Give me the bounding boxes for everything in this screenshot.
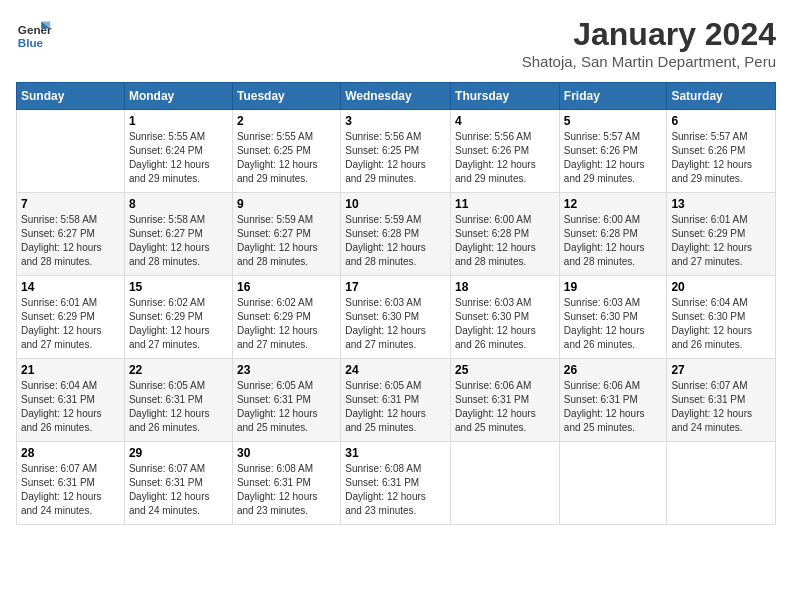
day-info: Sunrise: 5:59 AM Sunset: 6:28 PM Dayligh… xyxy=(345,213,446,269)
calendar-cell: 5Sunrise: 5:57 AM Sunset: 6:26 PM Daylig… xyxy=(559,110,667,193)
title-block: January 2024 Shatoja, San Martin Departm… xyxy=(522,16,776,70)
day-number: 29 xyxy=(129,446,228,460)
day-info: Sunrise: 5:55 AM Sunset: 6:25 PM Dayligh… xyxy=(237,130,336,186)
day-number: 26 xyxy=(564,363,663,377)
day-info: Sunrise: 6:02 AM Sunset: 6:29 PM Dayligh… xyxy=(237,296,336,352)
day-number: 23 xyxy=(237,363,336,377)
calendar-cell: 7Sunrise: 5:58 AM Sunset: 6:27 PM Daylig… xyxy=(17,193,125,276)
day-info: Sunrise: 6:02 AM Sunset: 6:29 PM Dayligh… xyxy=(129,296,228,352)
day-number: 15 xyxy=(129,280,228,294)
day-number: 3 xyxy=(345,114,446,128)
day-number: 27 xyxy=(671,363,771,377)
day-info: Sunrise: 5:55 AM Sunset: 6:24 PM Dayligh… xyxy=(129,130,228,186)
calendar-cell: 3Sunrise: 5:56 AM Sunset: 6:25 PM Daylig… xyxy=(341,110,451,193)
calendar-cell xyxy=(17,110,125,193)
day-info: Sunrise: 5:56 AM Sunset: 6:25 PM Dayligh… xyxy=(345,130,446,186)
day-info: Sunrise: 6:06 AM Sunset: 6:31 PM Dayligh… xyxy=(455,379,555,435)
calendar-cell: 21Sunrise: 6:04 AM Sunset: 6:31 PM Dayli… xyxy=(17,359,125,442)
location-subtitle: Shatoja, San Martin Department, Peru xyxy=(522,53,776,70)
calendar-cell: 6Sunrise: 5:57 AM Sunset: 6:26 PM Daylig… xyxy=(667,110,776,193)
calendar-cell: 9Sunrise: 5:59 AM Sunset: 6:27 PM Daylig… xyxy=(232,193,340,276)
calendar-cell: 1Sunrise: 5:55 AM Sunset: 6:24 PM Daylig… xyxy=(124,110,232,193)
day-number: 16 xyxy=(237,280,336,294)
calendar-cell: 11Sunrise: 6:00 AM Sunset: 6:28 PM Dayli… xyxy=(451,193,560,276)
day-info: Sunrise: 6:07 AM Sunset: 6:31 PM Dayligh… xyxy=(671,379,771,435)
day-info: Sunrise: 6:01 AM Sunset: 6:29 PM Dayligh… xyxy=(21,296,120,352)
day-info: Sunrise: 5:56 AM Sunset: 6:26 PM Dayligh… xyxy=(455,130,555,186)
day-info: Sunrise: 6:05 AM Sunset: 6:31 PM Dayligh… xyxy=(237,379,336,435)
day-number: 19 xyxy=(564,280,663,294)
calendar-week-row: 7Sunrise: 5:58 AM Sunset: 6:27 PM Daylig… xyxy=(17,193,776,276)
calendar-cell: 15Sunrise: 6:02 AM Sunset: 6:29 PM Dayli… xyxy=(124,276,232,359)
calendar-cell xyxy=(559,442,667,525)
header-row: SundayMondayTuesdayWednesdayThursdayFrid… xyxy=(17,83,776,110)
calendar-cell: 8Sunrise: 5:58 AM Sunset: 6:27 PM Daylig… xyxy=(124,193,232,276)
day-number: 11 xyxy=(455,197,555,211)
calendar-cell: 28Sunrise: 6:07 AM Sunset: 6:31 PM Dayli… xyxy=(17,442,125,525)
day-number: 5 xyxy=(564,114,663,128)
calendar-cell: 31Sunrise: 6:08 AM Sunset: 6:31 PM Dayli… xyxy=(341,442,451,525)
day-info: Sunrise: 6:03 AM Sunset: 6:30 PM Dayligh… xyxy=(345,296,446,352)
day-info: Sunrise: 6:03 AM Sunset: 6:30 PM Dayligh… xyxy=(564,296,663,352)
day-info: Sunrise: 6:07 AM Sunset: 6:31 PM Dayligh… xyxy=(129,462,228,518)
day-number: 10 xyxy=(345,197,446,211)
calendar-cell: 23Sunrise: 6:05 AM Sunset: 6:31 PM Dayli… xyxy=(232,359,340,442)
day-info: Sunrise: 6:00 AM Sunset: 6:28 PM Dayligh… xyxy=(564,213,663,269)
calendar-cell: 16Sunrise: 6:02 AM Sunset: 6:29 PM Dayli… xyxy=(232,276,340,359)
day-info: Sunrise: 6:04 AM Sunset: 6:31 PM Dayligh… xyxy=(21,379,120,435)
day-number: 31 xyxy=(345,446,446,460)
header-day: Tuesday xyxy=(232,83,340,110)
day-number: 28 xyxy=(21,446,120,460)
day-number: 14 xyxy=(21,280,120,294)
calendar-cell: 12Sunrise: 6:00 AM Sunset: 6:28 PM Dayli… xyxy=(559,193,667,276)
svg-text:Blue: Blue xyxy=(18,36,44,49)
day-number: 6 xyxy=(671,114,771,128)
day-number: 25 xyxy=(455,363,555,377)
calendar-cell: 4Sunrise: 5:56 AM Sunset: 6:26 PM Daylig… xyxy=(451,110,560,193)
month-title: January 2024 xyxy=(522,16,776,53)
day-info: Sunrise: 5:59 AM Sunset: 6:27 PM Dayligh… xyxy=(237,213,336,269)
day-info: Sunrise: 6:06 AM Sunset: 6:31 PM Dayligh… xyxy=(564,379,663,435)
calendar-cell: 18Sunrise: 6:03 AM Sunset: 6:30 PM Dayli… xyxy=(451,276,560,359)
calendar-cell: 26Sunrise: 6:06 AM Sunset: 6:31 PM Dayli… xyxy=(559,359,667,442)
calendar-cell: 30Sunrise: 6:08 AM Sunset: 6:31 PM Dayli… xyxy=(232,442,340,525)
day-info: Sunrise: 6:05 AM Sunset: 6:31 PM Dayligh… xyxy=(129,379,228,435)
header-day: Friday xyxy=(559,83,667,110)
header-day: Saturday xyxy=(667,83,776,110)
day-number: 30 xyxy=(237,446,336,460)
day-number: 22 xyxy=(129,363,228,377)
day-info: Sunrise: 5:58 AM Sunset: 6:27 PM Dayligh… xyxy=(129,213,228,269)
calendar-cell: 10Sunrise: 5:59 AM Sunset: 6:28 PM Dayli… xyxy=(341,193,451,276)
calendar-cell xyxy=(451,442,560,525)
day-number: 21 xyxy=(21,363,120,377)
logo: General Blue xyxy=(16,16,52,52)
day-number: 1 xyxy=(129,114,228,128)
day-info: Sunrise: 6:01 AM Sunset: 6:29 PM Dayligh… xyxy=(671,213,771,269)
header-day: Sunday xyxy=(17,83,125,110)
calendar-week-row: 21Sunrise: 6:04 AM Sunset: 6:31 PM Dayli… xyxy=(17,359,776,442)
day-info: Sunrise: 6:03 AM Sunset: 6:30 PM Dayligh… xyxy=(455,296,555,352)
day-info: Sunrise: 6:05 AM Sunset: 6:31 PM Dayligh… xyxy=(345,379,446,435)
day-info: Sunrise: 5:57 AM Sunset: 6:26 PM Dayligh… xyxy=(564,130,663,186)
day-info: Sunrise: 6:08 AM Sunset: 6:31 PM Dayligh… xyxy=(345,462,446,518)
day-info: Sunrise: 6:04 AM Sunset: 6:30 PM Dayligh… xyxy=(671,296,771,352)
calendar-cell: 19Sunrise: 6:03 AM Sunset: 6:30 PM Dayli… xyxy=(559,276,667,359)
day-number: 13 xyxy=(671,197,771,211)
day-info: Sunrise: 5:58 AM Sunset: 6:27 PM Dayligh… xyxy=(21,213,120,269)
header-day: Wednesday xyxy=(341,83,451,110)
day-number: 24 xyxy=(345,363,446,377)
day-number: 17 xyxy=(345,280,446,294)
day-info: Sunrise: 6:08 AM Sunset: 6:31 PM Dayligh… xyxy=(237,462,336,518)
calendar-week-row: 28Sunrise: 6:07 AM Sunset: 6:31 PM Dayli… xyxy=(17,442,776,525)
day-number: 9 xyxy=(237,197,336,211)
calendar-cell xyxy=(667,442,776,525)
calendar-cell: 14Sunrise: 6:01 AM Sunset: 6:29 PM Dayli… xyxy=(17,276,125,359)
day-number: 2 xyxy=(237,114,336,128)
day-info: Sunrise: 5:57 AM Sunset: 6:26 PM Dayligh… xyxy=(671,130,771,186)
day-number: 12 xyxy=(564,197,663,211)
calendar-cell: 25Sunrise: 6:06 AM Sunset: 6:31 PM Dayli… xyxy=(451,359,560,442)
calendar-cell: 17Sunrise: 6:03 AM Sunset: 6:30 PM Dayli… xyxy=(341,276,451,359)
calendar-cell: 27Sunrise: 6:07 AM Sunset: 6:31 PM Dayli… xyxy=(667,359,776,442)
day-number: 4 xyxy=(455,114,555,128)
calendar-cell: 22Sunrise: 6:05 AM Sunset: 6:31 PM Dayli… xyxy=(124,359,232,442)
